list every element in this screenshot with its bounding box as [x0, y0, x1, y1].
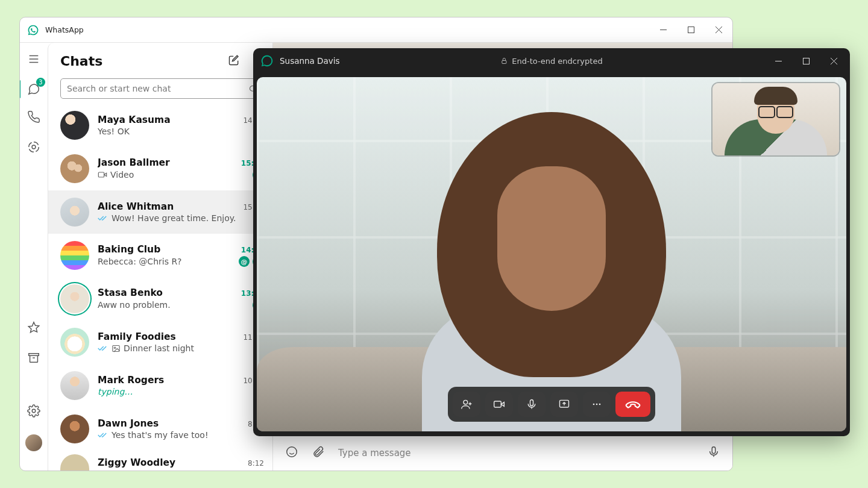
svg-point-15	[593, 404, 595, 405]
end-call-button[interactable]	[615, 392, 650, 417]
call-minimize-button[interactable]	[764, 48, 792, 74]
titlebar: WhatsApp	[20, 17, 732, 43]
svg-point-2	[32, 409, 36, 413]
rail-starred-button[interactable]	[27, 321, 40, 337]
chat-item[interactable]: Dawn Jones8:30 Yes that's my fave too!	[48, 407, 272, 451]
chat-item[interactable]: Maya Kasuma14:51 Yes! OK	[48, 104, 272, 147]
call-controls	[448, 387, 655, 422]
svg-rect-4	[98, 172, 104, 177]
chats-heading: Chats	[60, 54, 228, 69]
attach-button[interactable]	[312, 445, 325, 461]
chat-item[interactable]: Alice Whitman15:12 Wow! Have great time.…	[48, 190, 272, 234]
chat-preview: Yes that's my fave too!	[112, 430, 264, 440]
read-ticks-icon	[98, 344, 108, 352]
rail-profile-avatar[interactable]	[25, 434, 42, 451]
avatar	[60, 241, 89, 270]
chat-name: Maya Kasuma	[98, 114, 243, 125]
chat-time: 8:12	[248, 459, 264, 468]
chat-preview: typing…	[98, 387, 264, 396]
avatar	[60, 414, 89, 443]
app-title: WhatsApp	[45, 25, 84, 34]
chat-name: Dawn Jones	[98, 418, 248, 429]
rail-status-tab[interactable]	[27, 140, 40, 156]
chat-preview: Wow! Have great time. Enjoy.	[112, 213, 264, 223]
chat-name: Family Foodies	[98, 331, 243, 342]
avatar	[60, 328, 89, 357]
svg-point-17	[599, 404, 601, 405]
avatar	[60, 198, 89, 227]
svg-rect-8	[712, 446, 715, 453]
nav-rail: 3	[20, 43, 48, 471]
new-chat-button[interactable]	[228, 54, 240, 69]
chat-name: Jason Ballmer	[98, 157, 241, 168]
toggle-mic-button[interactable]	[518, 392, 546, 417]
search-input-wrapper[interactable]	[60, 78, 264, 99]
read-ticks-icon	[98, 214, 108, 222]
svg-point-11	[464, 400, 468, 404]
chat-list[interactable]: Maya Kasuma14:51 Yes! OK Jason Ballmer15…	[48, 104, 272, 471]
chat-item[interactable]: Baking Club14:47 Rebecca: @Chris R? @	[48, 234, 272, 277]
chat-list-panel: Chats Maya Kasuma14:51 Yes! OK	[48, 43, 273, 471]
svg-rect-12	[494, 401, 502, 407]
chat-item[interactable]: Jason Ballmer15:23 Video	[48, 147, 272, 190]
chat-preview: Yes! OK	[98, 127, 253, 136]
chat-name: Mark Rogers	[98, 375, 243, 386]
avatar	[60, 154, 89, 183]
rail-menu-button[interactable]	[27, 52, 40, 68]
chat-item[interactable]: Family Foodies11:27 Dinner last night	[48, 321, 272, 364]
maximize-button[interactable]	[677, 17, 705, 43]
photo-icon	[112, 344, 121, 353]
add-participant-button[interactable]	[453, 392, 480, 417]
svg-rect-13	[530, 400, 533, 406]
toggle-video-button[interactable]	[485, 392, 513, 417]
svg-rect-0	[688, 27, 694, 33]
chat-name: Stasa Benko	[98, 287, 241, 298]
chats-badge: 3	[36, 78, 45, 87]
share-screen-button[interactable]	[550, 392, 578, 417]
voice-message-button[interactable]	[707, 445, 720, 461]
svg-point-16	[596, 404, 598, 405]
read-ticks-icon	[98, 431, 108, 439]
chat-item[interactable]: Ziggy Woodley8:12	[48, 451, 272, 471]
call-titlebar: Susanna Davis End-to-end endcrypted	[253, 48, 850, 74]
chat-name: Alice Whitman	[98, 201, 243, 212]
minimize-button[interactable]	[649, 17, 677, 43]
rail-settings-button[interactable]	[27, 404, 40, 420]
self-video-pip[interactable]	[712, 83, 839, 155]
rail-archive-button[interactable]	[27, 351, 40, 367]
chat-preview: Rebecca: @Chris R?	[98, 257, 236, 266]
window-controls	[649, 17, 732, 43]
lock-icon	[500, 57, 508, 65]
chat-item[interactable]: Mark Rogers10:55 typing…	[48, 364, 272, 407]
rail-chats-tab[interactable]: 3	[27, 83, 40, 96]
chat-preview: Dinner last night	[124, 343, 264, 353]
more-options-button[interactable]	[583, 392, 611, 417]
chat-name: Baking Club	[98, 244, 241, 255]
chat-name: Ziggy Woodley	[98, 457, 248, 468]
close-button[interactable]	[705, 17, 732, 43]
chat-preview: Aww no problem.	[98, 300, 250, 310]
message-input[interactable]	[338, 448, 694, 458]
call-window: Susanna Davis End-to-end endcrypted	[253, 48, 850, 436]
whatsapp-logo-icon	[27, 24, 39, 36]
whatsapp-logo-icon	[260, 54, 274, 67]
emoji-button[interactable]	[285, 445, 298, 461]
rail-calls-tab[interactable]	[27, 110, 40, 126]
svg-rect-9	[502, 61, 506, 64]
call-maximize-button[interactable]	[792, 48, 820, 74]
call-caller-name: Susanna Davis	[280, 56, 340, 66]
search-input[interactable]	[67, 84, 248, 93]
chat-item[interactable]: Stasa Benko13:58 Aww no problem.	[48, 277, 272, 321]
svg-rect-10	[803, 58, 809, 64]
remote-video	[395, 94, 708, 431]
avatar	[60, 111, 89, 140]
svg-rect-5	[113, 345, 119, 351]
avatar	[60, 284, 89, 313]
video-icon	[98, 170, 107, 180]
encryption-text: End-to-end endcrypted	[512, 57, 602, 66]
svg-point-6	[114, 347, 116, 349]
call-close-button[interactable]	[820, 48, 848, 74]
svg-point-1	[32, 145, 36, 149]
encryption-indicator: End-to-end endcrypted	[500, 57, 602, 66]
avatar	[60, 454, 89, 471]
